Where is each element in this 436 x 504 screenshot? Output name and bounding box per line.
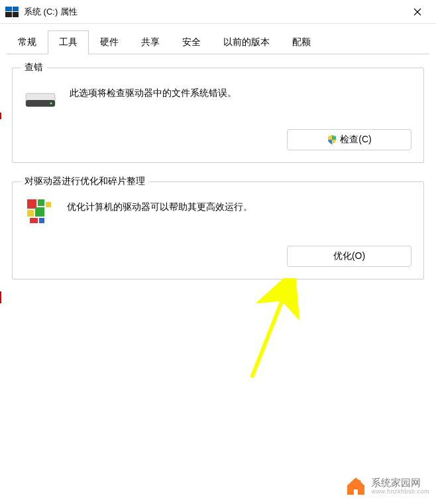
tab-sharing[interactable]: 共享 (130, 30, 171, 54)
error-check-group: 查错 此选项将检查驱动器中的文件系统错误。 (12, 68, 424, 163)
tab-previous-versions[interactable]: 以前的版本 (212, 30, 281, 54)
svg-rect-14 (30, 218, 38, 223)
svg-rect-2 (5, 12, 12, 17)
titlebar: 系统 (C:) 属性 (0, 0, 436, 24)
svg-rect-11 (46, 202, 51, 207)
drive-icon (25, 88, 56, 109)
optimize-button[interactable]: 优化(O) (287, 246, 411, 267)
defrag-icon (25, 197, 54, 226)
svg-rect-3 (13, 12, 19, 17)
optimize-group: 对驱动器进行优化和碎片整理 优化计算机的驱动器可以帮助其更高效运行。 优化(O) (12, 181, 424, 279)
drive-window-icon (5, 7, 19, 17)
close-icon (413, 8, 421, 16)
tab-bar: 常规 工具 硬件 共享 安全 以前的版本 配额 (0, 24, 436, 54)
shield-icon (327, 134, 337, 145)
window-title: 系统 (C:) 属性 (24, 6, 404, 18)
tab-security[interactable]: 安全 (171, 30, 212, 54)
close-button[interactable] (404, 0, 431, 24)
svg-rect-0 (5, 7, 12, 11)
check-button[interactable]: 检查(C) (287, 129, 411, 150)
optimize-title: 对驱动器进行优化和碎片整理 (21, 176, 149, 187)
svg-rect-10 (38, 199, 44, 206)
watermark-text: 系统家园网 (371, 478, 429, 489)
error-check-desc: 此选项将检查驱动器中的文件系统错误。 (70, 81, 237, 100)
house-icon (345, 475, 367, 497)
svg-rect-12 (27, 210, 34, 217)
watermark-sub: www.hnzkhbsb.com (371, 488, 429, 495)
error-check-title: 查错 (21, 62, 47, 74)
annotation-mark (0, 291, 1, 303)
svg-rect-9 (27, 199, 36, 209)
svg-point-8 (50, 103, 52, 105)
tab-quota[interactable]: 配额 (281, 30, 322, 54)
tab-hardware[interactable]: 硬件 (89, 30, 130, 54)
annotation-mark (0, 113, 1, 119)
optimize-desc: 优化计算机的驱动器可以帮助其更高效运行。 (67, 195, 252, 214)
check-button-label: 检查(C) (340, 134, 371, 146)
watermark: 系统家园网 www.hnzkhbsb.com (345, 475, 429, 497)
optimize-button-label: 优化(O) (333, 250, 365, 262)
svg-rect-1 (13, 7, 19, 11)
svg-point-17 (358, 480, 361, 483)
tab-content: 查错 此选项将检查驱动器中的文件系统错误。 (0, 54, 436, 311)
tab-tools[interactable]: 工具 (48, 30, 89, 54)
tab-general[interactable]: 常规 (7, 30, 48, 54)
svg-rect-15 (39, 218, 44, 223)
svg-rect-13 (35, 207, 44, 217)
